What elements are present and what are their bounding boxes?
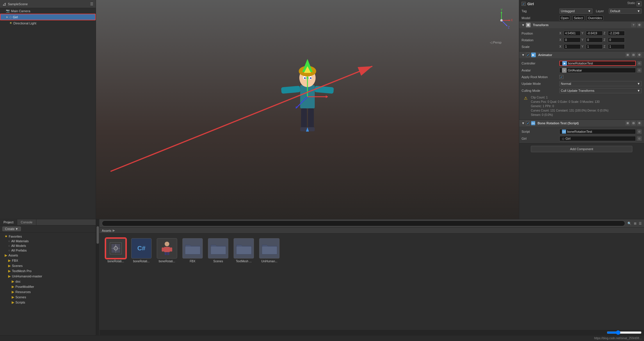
select-button[interactable]: Select: [572, 15, 584, 21]
asset-item-bone-rot-prefab[interactable]: boneRotati...: [155, 238, 179, 263]
overrides-button[interactable]: Overrides: [587, 15, 604, 21]
asset-item-fbx[interactable]: FBX: [181, 238, 204, 263]
asset-item-scenes[interactable]: Scenes: [207, 238, 230, 263]
object-active-checkbox[interactable]: [522, 2, 526, 6]
controller-row: Controller ▶ boneRotationTest ⊙: [519, 60, 644, 67]
script-select-icon[interactable]: ⊙: [637, 129, 642, 134]
folder-icon-doc: ▶: [12, 279, 14, 283]
transform-settings-icon[interactable]: ⚙: [637, 23, 642, 27]
hierarchy-item-girl[interactable]: ▶ ◇ Girl: [0, 14, 96, 20]
animator-copy-icon[interactable]: ⊟: [631, 53, 636, 57]
culling-mode-dropdown[interactable]: Cull Update Transforms ▼: [559, 88, 642, 93]
tree-item-favorites[interactable]: ★ Favorites: [0, 234, 96, 239]
avatar-ref-field[interactable]: ♀ GirlAvatar: [559, 68, 636, 73]
bone-rotation-settings-icon[interactable]: ⚙: [637, 121, 642, 125]
transform-info-icon[interactable]: ?: [631, 23, 636, 27]
assets-search-input[interactable]: [102, 220, 625, 226]
bone-rotation-enable-checkbox[interactable]: [526, 121, 530, 125]
scrollbar-thumb[interactable]: [97, 226, 99, 244]
asset-item-textmesh[interactable]: TextMesh ...: [232, 238, 255, 263]
assets-grid: boneRotati... C# boneRotati...: [99, 234, 644, 329]
project-scrollbar[interactable]: [96, 219, 99, 335]
svg-rect-16: [308, 108, 314, 129]
tree-item-doc[interactable]: ▶ doc: [0, 279, 96, 284]
girl-ref-icon: ◇: [562, 137, 564, 141]
tab-project[interactable]: Project: [0, 219, 17, 225]
animator-enable-checkbox[interactable]: [526, 53, 530, 57]
tree-item-posemodifier[interactable]: ▶ PoseModifier: [0, 284, 96, 289]
tree-item-assets[interactable]: ▶ Assets: [0, 253, 96, 258]
position-x-input[interactable]: [564, 31, 581, 36]
svg-text:Z: Z: [508, 26, 510, 29]
avatar-select-icon[interactable]: ⊙: [637, 68, 642, 73]
tree-item-scripts[interactable]: ▶ Scripts: [0, 300, 96, 305]
scale-z-input[interactable]: [608, 44, 625, 49]
assets-menu-icon[interactable]: ☰: [639, 222, 642, 225]
girl-select-icon[interactable]: ⊙: [637, 136, 642, 141]
scale-x-label: X: [559, 45, 563, 48]
update-mode-dropdown[interactable]: Normal ▼: [559, 81, 642, 86]
tree-item-resources[interactable]: ▶ Resources: [0, 289, 96, 295]
tree-item-all-prefabs[interactable]: ○ All Prefabs: [0, 248, 96, 253]
tree-item-unihumanoid[interactable]: ▶ UniHumanoid-master: [0, 274, 96, 279]
asset-item-bone-rot-script[interactable]: C# boneRotati...: [130, 238, 153, 263]
filter-icon[interactable]: ⊞: [634, 222, 636, 225]
transform-header[interactable]: ▼ ⊞ Transform ? ⚙: [519, 21, 644, 29]
scale-x-input[interactable]: [564, 44, 581, 49]
tree-item-fbx[interactable]: ▶ FBX: [0, 258, 96, 263]
search-icon[interactable]: 🔍: [627, 222, 631, 225]
animator-title: Animator: [538, 53, 552, 57]
layer-dropdown[interactable]: Default ▼: [609, 8, 642, 14]
position-value: X Y Z: [559, 31, 642, 36]
rotation-x-input[interactable]: [564, 37, 581, 42]
tree-item-scenes-child[interactable]: ▶ Scenes: [0, 295, 96, 300]
hierarchy-menu-icon[interactable]: ☰: [90, 2, 93, 6]
tree-item-all-models[interactable]: ○ All Models: [0, 243, 96, 248]
controller-ref-field[interactable]: ▶ boneRotationTest: [559, 61, 636, 66]
script-ref-field[interactable]: C# boneRotationTest: [559, 129, 636, 134]
rotation-z-input[interactable]: [608, 37, 625, 42]
controller-select-icon[interactable]: ⊙: [637, 61, 642, 66]
animator-section: ▼ ▶ Animator ⊞ ⊟ ⚙ Controller ▶ b: [519, 51, 644, 120]
directional-light-label: Directional Light: [13, 21, 36, 25]
size-slider[interactable]: [607, 330, 642, 335]
position-y-input[interactable]: [586, 31, 603, 36]
tag-value-container: Untagged ▼ Layer Default ▼: [559, 8, 642, 14]
position-z-input[interactable]: [608, 31, 625, 36]
bone-rotation-header[interactable]: ▼ C# Bone Rotation Test (Script) ⊞ ⊟ ⚙: [519, 120, 644, 127]
asset-label-bone-rot-script: boneRotati...: [133, 260, 150, 263]
apply-root-motion-checkbox[interactable]: [559, 75, 563, 79]
animator-bookmark-icon[interactable]: ⊞: [625, 53, 630, 57]
open-button[interactable]: Open: [559, 15, 570, 21]
hierarchy-panel: ⊿ SampleScene ☰ 📷 Main Camera ▶ ◇ Girl ☀…: [0, 0, 96, 219]
girl-prop-label: Girl: [522, 137, 559, 140]
info-generic: Generic: 1 PPtr: 0: [531, 105, 554, 108]
asset-item-unihumanoid[interactable]: UniHuman...: [258, 238, 281, 263]
tree-item-scenes[interactable]: ▶ Scenes: [0, 263, 96, 268]
svg-rect-40: [162, 247, 164, 252]
add-component-button[interactable]: Add Component: [531, 146, 632, 152]
rotation-y-input[interactable]: [586, 37, 603, 42]
asset-label-bone-rot-ctrl: boneRotati...: [108, 260, 124, 263]
culling-mode-row: Culling Mode Cull Update Transforms ▼: [519, 87, 644, 94]
bone-rotation-bookmark-icon[interactable]: ⊞: [625, 121, 630, 125]
scale-y-input[interactable]: [586, 44, 603, 49]
bone-rotation-copy-icon[interactable]: ⊟: [631, 121, 636, 125]
avatar-ref-value: GirlAvatar: [568, 69, 582, 72]
tag-dropdown[interactable]: Untagged ▼: [559, 8, 593, 14]
animator-settings-icon[interactable]: ⚙: [637, 53, 642, 57]
hierarchy-item-main-camera[interactable]: 📷 Main Camera: [0, 8, 96, 14]
update-mode-selected: Normal: [561, 82, 571, 85]
model-row: Model Open Select Overrides: [519, 15, 644, 21]
animator-header[interactable]: ▼ ▶ Animator ⊞ ⊟ ⚙: [519, 51, 644, 59]
tab-console[interactable]: Console: [17, 219, 36, 225]
girl-ref-field[interactable]: ◇ Girl: [559, 136, 636, 141]
hierarchy-item-directional-light[interactable]: ☀ Directional Light: [0, 20, 96, 26]
pos-z-label: Z: [604, 32, 607, 35]
tree-item-textmesh[interactable]: ▶ TextMesh Pro: [0, 268, 96, 274]
hierarchy-empty-space: [0, 26, 96, 219]
create-button[interactable]: Create ▼: [2, 227, 21, 231]
object-static-dropdown[interactable]: ▼: [636, 1, 642, 6]
asset-item-bone-rot-ctrl[interactable]: boneRotati...: [104, 238, 127, 263]
tree-item-all-materials[interactable]: ○ All Materials: [0, 239, 96, 243]
